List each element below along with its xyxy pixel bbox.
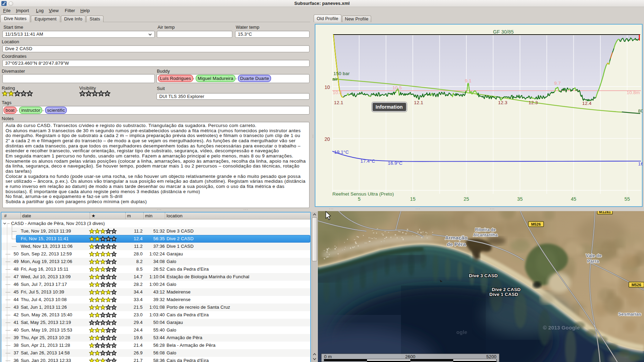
svg-text:25: 25 bbox=[464, 196, 469, 202]
svg-text:12.4: 12.4 bbox=[582, 101, 592, 106]
svg-text:16.9°C: 16.9°C bbox=[388, 161, 402, 166]
svg-text:9.7: 9.7 bbox=[554, 81, 561, 86]
svg-text:Parra: Parra bbox=[587, 259, 599, 264]
svg-text:Ribeira de: Ribeira de bbox=[475, 227, 496, 232]
svg-text:55: 55 bbox=[624, 196, 630, 202]
svg-text:12.3: 12.3 bbox=[529, 100, 538, 105]
svg-text:Information: Information bbox=[376, 104, 403, 110]
svg-text:Vale de: Vale de bbox=[586, 253, 602, 258]
svg-text:80: 80 bbox=[638, 108, 643, 114]
svg-text:10.8: 10.8 bbox=[333, 90, 342, 95]
svg-text:2600: 2600 bbox=[405, 354, 415, 359]
svg-text:© 2013 Google: © 2013 Google bbox=[543, 325, 580, 331]
svg-text:M12а1: M12а1 bbox=[599, 211, 611, 214]
svg-text:35: 35 bbox=[517, 196, 523, 202]
svg-text:air: air bbox=[332, 76, 338, 82]
svg-text:15: 15 bbox=[410, 196, 415, 202]
svg-text:GF 30/85: GF 30/85 bbox=[493, 29, 514, 35]
svg-text:12.1: 12.1 bbox=[414, 100, 423, 105]
svg-text:12.3: 12.3 bbox=[498, 100, 508, 105]
svg-text:Dive 3 CASD: Dive 3 CASD bbox=[469, 273, 498, 278]
svg-text:Reefnet Sensus Ultra (Preto): Reefnet Sensus Ultra (Preto) bbox=[332, 191, 394, 197]
svg-text:10.8m: 10.8m bbox=[627, 90, 640, 95]
svg-text:Armação: Armação bbox=[445, 235, 467, 241]
svg-text:M526: M526 bbox=[531, 222, 541, 226]
svg-text:ogle: ogle bbox=[456, 329, 467, 335]
svg-text:150 bar: 150 bar bbox=[333, 71, 350, 76]
svg-text:Sesmarias: Sesmarias bbox=[618, 311, 641, 317]
svg-text:12.1: 12.1 bbox=[334, 100, 343, 105]
svg-text:Dive 2 CASD: Dive 2 CASD bbox=[492, 287, 521, 292]
svg-text:0 m: 0 m bbox=[324, 354, 332, 359]
svg-text:20: 20 bbox=[324, 136, 330, 142]
svg-text:16: 16 bbox=[638, 161, 643, 166]
svg-text:Alcantarilha: Alcantarilha bbox=[473, 233, 498, 237]
svg-text:de Pêra: de Pêra bbox=[447, 241, 466, 247]
svg-text:5200: 5200 bbox=[486, 354, 497, 359]
svg-text:10.5: 10.5 bbox=[393, 85, 402, 90]
svg-text:Dive 1 CASD: Dive 1 CASD bbox=[489, 292, 518, 297]
svg-text:19.1°C: 19.1°C bbox=[334, 150, 349, 155]
svg-text:45: 45 bbox=[571, 196, 576, 202]
svg-text:10: 10 bbox=[324, 84, 330, 90]
svg-text:9.1: 9.1 bbox=[465, 78, 471, 83]
svg-text:M526: M526 bbox=[632, 283, 641, 287]
svg-text:5: 5 bbox=[358, 196, 360, 202]
svg-text:17.4°C: 17.4°C bbox=[360, 159, 375, 164]
